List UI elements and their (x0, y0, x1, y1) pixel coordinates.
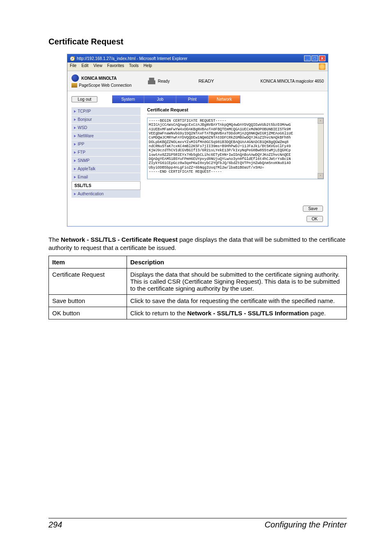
ok-button[interactable]: OK (307, 216, 323, 222)
para-text: The (48, 236, 61, 243)
cell-bold: Network - SSL/TLS - SSL/TLS Information (187, 310, 309, 317)
pagescope-icon (71, 83, 77, 88)
tab-network[interactable]: Network (208, 95, 240, 103)
scroll-down-icon[interactable]: ▾ (318, 173, 323, 179)
cell-desc: Displays the data that should be submitt… (127, 268, 347, 295)
para-bold: Network - SSL/TLS - Certificate Request (61, 236, 178, 243)
footer-title: Configuring the Printer (265, 520, 347, 530)
menu-bar: File Edit View Favorites Tools Help (67, 62, 328, 71)
menu-view[interactable]: View (93, 63, 102, 70)
tab-bar: System Job Print Network (112, 95, 240, 103)
nav-snmp[interactable]: SNMP (71, 157, 141, 165)
cell-desc: Click to return to the Network - SSL/TLS… (127, 307, 347, 319)
chevron-right-icon (74, 168, 76, 170)
description-table: Item Description Certificate Request Dis… (48, 256, 347, 319)
pem-content: -----BEGIN CERTIFICATE REQUEST----- MIIC… (149, 119, 293, 174)
nav-appletalk[interactable]: AppleTalk (71, 165, 141, 173)
header-strip: KONICA MINOLTA PageScope Web Connection … (67, 71, 328, 91)
table-row: Certificate Request Displays the data th… (49, 268, 347, 295)
chevron-right-icon (74, 127, 76, 129)
logout-button[interactable]: Log out (71, 96, 97, 102)
scrollbar[interactable]: ▴▾ (318, 118, 323, 179)
chevron-right-icon (74, 151, 76, 154)
table-row: Save button Click to save the data for r… (49, 295, 347, 307)
nav-label: WSD (78, 125, 87, 130)
nav-ssltls[interactable]: SSL/TLS (71, 181, 141, 190)
nav-label: FTP (78, 150, 85, 155)
nav-label: Bonjour (78, 117, 92, 122)
ie-icon: 🧭 (70, 56, 75, 61)
side-nav: TCP/IP Bonjour WSD NetWare IPP FTP SNMP … (71, 107, 141, 198)
cell-item: Save button (49, 295, 127, 307)
th-description: Description (127, 256, 347, 268)
cell-text: Click to return to the (130, 310, 187, 317)
brand-logo-icon (71, 74, 79, 82)
nav-tcpip[interactable]: TCP/IP (71, 107, 141, 116)
nav-ftp[interactable]: FTP (71, 148, 141, 157)
chevron-right-icon (74, 135, 76, 137)
chevron-right-icon (74, 176, 76, 178)
nav-label: TCP/IP (78, 109, 91, 113)
table-row: OK button Click to return to the Network… (49, 307, 347, 319)
nav-email[interactable]: Email (71, 173, 141, 181)
nav-label: SSL/TLS (74, 183, 91, 188)
tab-print[interactable]: Print (176, 95, 208, 103)
section-title: Certificate Request (48, 37, 347, 46)
tab-system[interactable]: System (112, 95, 144, 103)
certificate-request-textarea[interactable]: -----BEGIN CERTIFICATE REQUEST----- MIIC… (147, 118, 324, 179)
pane-title: Certificate Request (147, 107, 324, 114)
menu-file[interactable]: File (70, 63, 76, 70)
tab-job[interactable]: Job (144, 95, 176, 103)
nav-wsd[interactable]: WSD (71, 124, 141, 132)
status-ready-big: READY (198, 79, 214, 83)
window-title: http://192.168.1.27/a_index.html - Micro… (77, 56, 187, 61)
close-button[interactable]: X (319, 56, 325, 61)
subbrand-text: PageScope Web Connection (79, 83, 131, 88)
menu-tools[interactable]: Tools (129, 63, 138, 70)
chevron-right-icon (74, 160, 76, 162)
printer-icon (148, 78, 155, 84)
cell-item: OK button (49, 307, 127, 319)
cell-item: Certificate Request (49, 268, 127, 295)
menu-help[interactable]: Help (143, 63, 152, 70)
nav-authentication[interactable]: Authentication (71, 190, 141, 198)
nav-label: IPP (78, 142, 84, 146)
chevron-right-icon (74, 118, 76, 121)
save-button[interactable]: Save (303, 206, 323, 212)
cell-desc: Click to save the data for requesting th… (127, 295, 347, 307)
maximize-button[interactable]: □ (311, 56, 318, 61)
brand-text: KONICA MINOLTA (81, 76, 117, 81)
throbber-icon (319, 63, 325, 70)
nav-ipp[interactable]: IPP (71, 140, 141, 148)
page-number: 294 (48, 520, 62, 530)
cell-text: page. (309, 310, 326, 317)
nav-label: SNMP (78, 158, 90, 163)
status-ready-small: Ready (158, 79, 170, 83)
menu-edit[interactable]: Edit (81, 63, 88, 70)
nav-label: AppleTalk (78, 166, 95, 171)
chevron-right-icon (74, 193, 76, 195)
browser-window: 🧭 http://192.168.1.27/a_index.html - Mic… (67, 54, 328, 227)
nav-label: Authentication (78, 192, 104, 196)
th-item: Item (49, 256, 127, 268)
window-titlebar: 🧭 http://192.168.1.27/a_index.html - Mic… (67, 54, 328, 62)
device-model: KONICA MINOLTA magicolor 4650 (261, 79, 324, 83)
scroll-up-icon[interactable]: ▴ (318, 118, 323, 124)
page-footer: 294 Configuring the Printer (48, 518, 347, 530)
chevron-right-icon (74, 110, 76, 113)
nav-bonjour[interactable]: Bonjour (71, 116, 141, 124)
chevron-right-icon (74, 143, 76, 146)
nav-label: Email (78, 175, 88, 179)
nav-label: NetWare (78, 134, 94, 138)
minimize-button[interactable]: _ (304, 56, 311, 61)
nav-netware[interactable]: NetWare (71, 132, 141, 140)
description-paragraph: The Network - SSL/TLS - Certificate Requ… (48, 236, 347, 252)
menu-favorites[interactable]: Favorites (107, 63, 124, 70)
